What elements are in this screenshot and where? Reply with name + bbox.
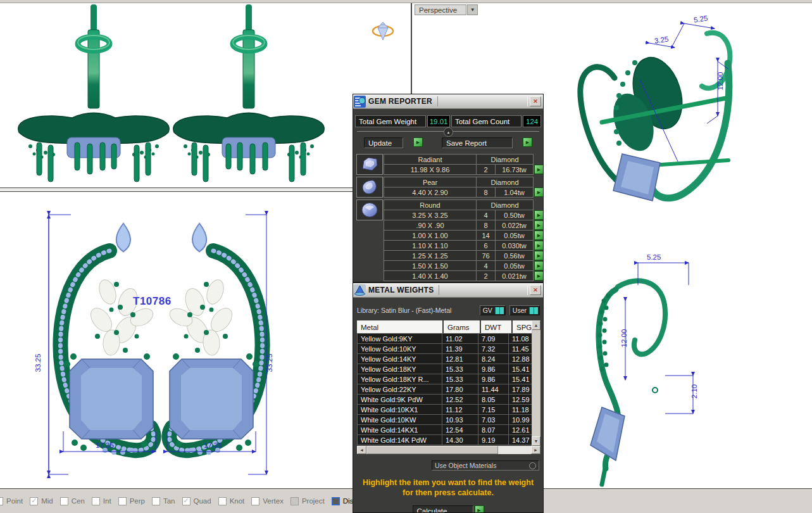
chevron-down-icon[interactable]: ▼: [467, 4, 478, 15]
update-go-icon[interactable]: ▶: [413, 137, 423, 147]
osnap-label: Vertex: [263, 497, 284, 505]
osnap-item-knot[interactable]: Knot: [218, 497, 245, 505]
scroll-right-icon[interactable]: ►: [531, 446, 540, 454]
metal-spg: 10.99: [508, 414, 532, 425]
update-button[interactable]: Update: [364, 137, 403, 148]
use-object-materials-label: Use Object Materials: [435, 462, 529, 469]
gem-row[interactable]: .90 X .9080.022tw▶: [384, 220, 544, 231]
checkbox-icon[interactable]: [60, 497, 68, 505]
checkbox-icon[interactable]: [251, 497, 259, 505]
metal-column-header[interactable]: SPG: [513, 320, 532, 334]
metal-dwt: 8.07: [478, 424, 509, 435]
vertical-scroll-track[interactable]: [532, 330, 540, 436]
scroll-left-icon[interactable]: ◄: [357, 446, 366, 454]
metal-table-row[interactable]: White Gold:10KW10.937.0310.99: [357, 414, 532, 425]
horizontal-scroll-track[interactable]: [498, 446, 531, 454]
user-toggle[interactable]: User: [509, 305, 540, 315]
horizontal-scrollbar[interactable]: ◄ ►: [357, 446, 540, 454]
close-icon[interactable]: ✕: [530, 96, 541, 106]
metal-table-row[interactable]: Yellow Gold:14KY12.818.2412.88: [357, 353, 532, 364]
osnap-item-mid[interactable]: Mid: [30, 497, 53, 505]
osnap-item-vertex[interactable]: Vertex: [251, 497, 284, 505]
gem-row[interactable]: 1.00 X 1.00140.05tw▶: [384, 230, 544, 241]
metal-table-row[interactable]: Yellow Gold:18KY R...15.339.8615.41: [357, 374, 532, 384]
metal-table-row[interactable]: Yellow Gold:10KY11.397.3211.45: [357, 343, 532, 354]
gem-row-go-icon[interactable]: ▶: [534, 187, 544, 197]
close-icon[interactable]: ✕: [530, 285, 541, 295]
gem-row-go-icon[interactable]: ▶: [534, 241, 544, 250]
checkbox-icon[interactable]: [332, 497, 340, 505]
gem-row-go-icon[interactable]: ▶: [534, 165, 544, 174]
gem-reporter-titlebar[interactable]: GEM REPORTER ✕: [353, 94, 543, 109]
metal-name: Yellow Gold:22KY: [357, 384, 442, 395]
checkbox-icon[interactable]: [118, 497, 127, 505]
metal-column-header[interactable]: Metal: [357, 320, 442, 334]
metal-name: White Gold:10KX1: [357, 404, 442, 415]
gem-row-go-icon[interactable]: ▶: [534, 210, 544, 220]
osnap-item-project[interactable]: Project: [290, 497, 325, 505]
checkbox-icon[interactable]: [218, 497, 227, 505]
calculate-hint: Highlight the item you want to find the …: [353, 478, 543, 498]
gem-row[interactable]: 11.98 X 9.86216.73tw▶: [384, 164, 544, 175]
calculate-button[interactable]: Calculate: [413, 505, 473, 513]
use-object-materials-button[interactable]: Use Object Materials: [432, 460, 539, 471]
checkbox-icon[interactable]: [92, 497, 100, 505]
osnap-item-tan[interactable]: Tan: [152, 497, 175, 505]
radio-icon[interactable]: [529, 462, 536, 469]
gem-totals-row: Total Gem Weight 19.01 Total Gem Count 1…: [355, 115, 541, 127]
metal-table-row[interactable]: White Gold:10KX111.127.1511.18: [357, 404, 532, 415]
gem-weight: 0.05tw: [495, 260, 534, 271]
metal-table-row[interactable]: White Gold:14K PdW14.309.1914.37: [357, 434, 532, 445]
gem-count: 76: [476, 250, 496, 261]
metal-column-header[interactable]: DWT: [481, 320, 511, 334]
scroll-down-icon[interactable]: ▼: [532, 436, 540, 446]
checkbox-icon[interactable]: [30, 497, 38, 505]
gem-row[interactable]: 1.40 X 1.4020.021tw▶: [384, 270, 544, 281]
gem-row[interactable]: 1.50 X 1.5040.05tw▶: [384, 260, 544, 271]
osnap-item-int[interactable]: Int: [92, 497, 111, 505]
metal-grams: 12.54: [442, 424, 478, 435]
scroll-up-icon[interactable]: ▲: [532, 320, 540, 330]
save-report-go-icon[interactable]: ▶: [523, 137, 532, 147]
osnap-item-perp[interactable]: Perp: [118, 497, 145, 505]
gem-row-go-icon[interactable]: ▶: [534, 251, 544, 260]
metal-column-header[interactable]: Grams: [444, 320, 480, 334]
gem-row-go-icon[interactable]: ▶: [534, 271, 544, 281]
collapse-arrow-icon[interactable]: ▲: [444, 127, 453, 137]
osnap-item-quad[interactable]: Quad: [182, 497, 211, 505]
gem-row-go-icon[interactable]: ▶: [534, 231, 544, 240]
calculate-row: Calculate ▶: [353, 505, 543, 513]
osnap-label: Knot: [230, 497, 245, 505]
viewport-title-label[interactable]: Perspective: [415, 4, 466, 15]
checkbox-icon[interactable]: [0, 497, 3, 505]
calculate-go-icon[interactable]: ▶: [475, 505, 484, 513]
metal-table-row[interactable]: Yellow Gold:18KY15.339.8615.41: [357, 364, 532, 374]
checkbox-icon[interactable]: [152, 497, 160, 505]
gv-toggle[interactable]: GV: [480, 305, 506, 315]
metal-table-row[interactable]: Yellow Gold:9KY11.027.0911.08: [357, 333, 532, 344]
osnap-item-point[interactable]: Point: [0, 497, 23, 505]
gem-row-go-icon[interactable]: ▶: [534, 261, 544, 270]
gem-row-go-icon[interactable]: ▶: [534, 220, 544, 230]
gem-row[interactable]: 3.25 X 3.2540.50tw▶: [384, 210, 544, 220]
checkbox-icon[interactable]: [182, 497, 191, 505]
gem-row[interactable]: 1.25 X 1.25760.56tw▶: [384, 250, 544, 261]
osnap-item-cen[interactable]: Cen: [60, 497, 85, 505]
gem-row[interactable]: 4.40 X 2.9081.04tw▶: [384, 187, 544, 198]
metal-table-row[interactable]: White Gold:14KX112.548.0712.61: [357, 424, 532, 435]
gem-count: 6: [476, 240, 496, 251]
metal-weights-titlebar[interactable]: METAL WEIGHTS ✕: [353, 283, 543, 298]
save-report-button[interactable]: Save Report: [442, 137, 513, 148]
gem-row[interactable]: 1.10 X 1.1060.030tw▶: [384, 240, 544, 251]
checkbox-icon[interactable]: [290, 497, 299, 505]
gem-groups-table: RadiantDiamond11.98 X 9.86216.73tw▶PearD…: [356, 154, 540, 281]
horizontal-scroll-thumb[interactable]: [366, 446, 498, 454]
metal-spg: 12.88: [508, 353, 532, 364]
viewport-title-dropdown[interactable]: Perspective ▼: [415, 4, 478, 15]
gem-icon-cell: [356, 177, 383, 198]
vertical-scrollbar[interactable]: ▲ ▼: [532, 320, 540, 446]
metal-table-row[interactable]: Yellow Gold:22KY17.8011.4417.89: [357, 384, 532, 395]
metal-spg: 12.61: [508, 424, 532, 435]
metal-table-row[interactable]: White Gold:9K PdW12.528.0512.59: [357, 394, 532, 405]
metal-name: Yellow Gold:10KY: [357, 343, 442, 354]
